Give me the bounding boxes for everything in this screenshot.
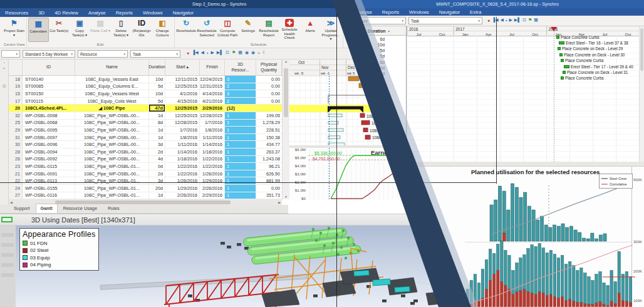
legend-title: Appearance Profiles xyxy=(23,230,96,239)
legend-label: 01 FDN xyxy=(30,241,48,246)
utilisation-chart-title: Planned utilisation for the selected res… xyxy=(471,169,600,175)
legend-item: 01 FDN xyxy=(23,241,96,246)
util-legend-label: Steel Crew xyxy=(610,177,626,180)
util-legend-label: Cumulative xyxy=(610,182,627,186)
svg-text:300K: 300K xyxy=(633,240,642,244)
screenshot-canvas: Step 2_Demo.sp - Synchro Resources3D4D R… xyxy=(0,0,644,307)
legend-item: 03 Equip xyxy=(23,255,96,261)
legend-line-icon xyxy=(601,184,608,185)
legend-swatch-icon xyxy=(23,255,28,260)
legend-swatch-icon xyxy=(23,248,28,253)
filter-icon[interactable]: ▼ xyxy=(362,29,365,33)
legend-label: 04 Piping xyxy=(30,262,51,268)
legend-item: 04 Piping xyxy=(23,262,96,268)
legend-item: 02 Steel xyxy=(23,247,96,253)
utilisation-legend: Steel Crew Cumulative xyxy=(599,174,633,189)
util-legend-item: Cumulative xyxy=(601,182,630,186)
sort-asc-icon: ▴ xyxy=(388,29,390,33)
data-date-marker-icon xyxy=(551,27,557,31)
legend-swatch-icon xyxy=(23,263,28,268)
legend-swatch-icon xyxy=(23,241,28,246)
legend-label: 02 Steel xyxy=(30,247,48,253)
legend-items: 01 FDN 02 Steel 03 Equip 04 Piping xyxy=(23,241,96,268)
legend-line-icon xyxy=(601,178,608,179)
svg-text:100K: 100K xyxy=(633,299,642,303)
legend-label: 03 Equip xyxy=(30,255,50,261)
svg-text:500K: 500K xyxy=(633,178,642,182)
util-legend-item: Steel Crew xyxy=(601,177,630,180)
svg-text:200K: 200K xyxy=(633,269,642,273)
duration-header-label: Duration xyxy=(368,29,386,33)
appearance-profiles-legend: Appearance Profiles 01 FDN 02 Steel 03 E… xyxy=(19,228,99,271)
